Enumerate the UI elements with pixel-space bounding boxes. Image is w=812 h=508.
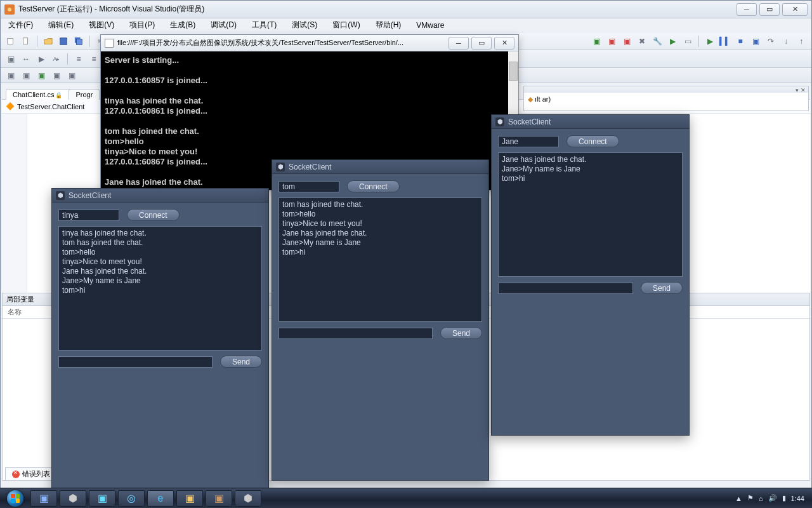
vs-member-dropdown[interactable]: ▾ ✕ ◆ ılt ar) (523, 86, 809, 111)
tb3-icon-3[interactable]: ▣ (35, 69, 48, 82)
debug-start-icon[interactable]: ▶ (704, 35, 716, 48)
task-item-3[interactable]: ▣ (89, 490, 115, 507)
system-tray[interactable]: ▲ ⚑ ⌂ 🔊 ▮ 1:44 (735, 494, 809, 502)
tb2-icon-6[interactable]: ≡ (88, 53, 100, 65)
tb2-icon-4[interactable]: A▸ (50, 53, 63, 65)
unity-icon: ⬢ (69, 492, 77, 504)
tb2-icon-1[interactable]: ▣ (4, 53, 17, 65)
username-input[interactable] (498, 136, 559, 147)
tb2-icon-3[interactable]: ▶ (35, 53, 48, 65)
tab-program[interactable]: Progr (69, 89, 100, 100)
task-item-2[interactable]: ⬢ (60, 490, 86, 507)
debug-restart-icon[interactable]: ▣ (749, 35, 762, 48)
task-item-1[interactable]: ▣ (30, 490, 57, 507)
task-item-6[interactable]: ▣ (176, 490, 203, 507)
username-input[interactable] (58, 210, 119, 221)
step-out-icon[interactable]: ↑ (795, 35, 808, 48)
close-button[interactable]: ✕ (782, 3, 808, 16)
vm-settings-icon[interactable]: ✖ (636, 35, 648, 48)
minimize-button[interactable]: ─ (737, 3, 757, 16)
vm-run-icon[interactable]: ▶ (666, 35, 679, 48)
tb3-icon-1[interactable]: ▣ (4, 69, 17, 82)
file-icon (105, 39, 114, 48)
task-item-5[interactable]: e (147, 490, 174, 507)
message-input[interactable] (58, 356, 213, 368)
message-input[interactable] (278, 328, 433, 339)
start-button[interactable] (3, 490, 28, 507)
debug-pause-icon[interactable]: ▍▍ (719, 35, 731, 48)
socketclient-window-jane[interactable]: ⬢ SocketClient Connect Jane has joined t… (491, 114, 690, 436)
console-minimize-button[interactable]: ─ (449, 37, 469, 50)
clock[interactable]: 1:44 (791, 495, 804, 502)
browser-icon: ◎ (127, 492, 136, 504)
socketclient-window-tinya[interactable]: ⬢ SocketClient Connect tinya has joined … (51, 188, 269, 503)
vm-icon-2[interactable]: ▣ (605, 35, 618, 48)
tray-icon[interactable]: ⚑ (747, 494, 754, 502)
step-over-icon[interactable]: ↷ (764, 35, 777, 48)
task-item-4[interactable]: ◎ (118, 490, 145, 507)
maximize-button[interactable]: ▭ (759, 3, 780, 16)
menu-edit[interactable]: 编辑(E) (44, 18, 77, 32)
debug-stop-icon[interactable]: ■ (734, 35, 747, 48)
console-titlebar[interactable]: file:///F:/项目开发/分布式自然图像识别系统/技术攻关/TestSer… (101, 35, 518, 51)
connect-button[interactable]: Connect (566, 135, 619, 147)
tb3-icon-4[interactable]: ▣ (50, 69, 63, 82)
save-all-icon[interactable] (72, 35, 85, 48)
console-close-button[interactable]: ✕ (494, 37, 514, 50)
tray-icon[interactable]: ⌂ (759, 495, 763, 502)
tray-expand-icon[interactable]: ▲ (735, 495, 742, 502)
menu-file[interactable]: 文件(F) (4, 18, 37, 32)
username-input[interactable] (278, 181, 339, 192)
vm-icon-3[interactable]: ▣ (620, 35, 633, 48)
vs-icon: ▣ (214, 492, 224, 504)
socketclient-titlebar[interactable]: ⬢ SocketClient (272, 160, 488, 174)
send-button[interactable]: Send (440, 327, 482, 339)
connect-button[interactable]: Connect (127, 209, 180, 221)
tb2-icon-5[interactable]: ≡ (72, 53, 85, 65)
socketclient-titlebar[interactable]: ⬢ SocketClient (52, 189, 268, 203)
console-maximize-button[interactable]: ▭ (471, 37, 492, 50)
tab-chatclient[interactable]: ChatClient.cs🔒 (6, 89, 69, 100)
vm-icon-1[interactable]: ▣ (590, 35, 603, 48)
windows-taskbar: ▣ ⬢ ▣ ◎ e ▣ ▣ ⬢ ▲ ⚑ ⌂ 🔊 ▮ 1:44 (0, 488, 812, 508)
message-input[interactable] (498, 283, 633, 294)
open-icon[interactable] (42, 35, 55, 48)
step-into-icon[interactable]: ↓ (780, 35, 792, 48)
menu-debug[interactable]: 调试(D) (207, 18, 240, 32)
volume-icon[interactable]: 🔊 (768, 494, 777, 502)
menu-view[interactable]: 视图(V) (85, 18, 118, 32)
chat-log[interactable]: tinya has joined the chat. tom has joine… (58, 226, 262, 351)
tb2-icon-2[interactable]: ↔ (20, 53, 32, 65)
connect-button[interactable]: Connect (347, 180, 400, 192)
vm-box-icon[interactable]: ▭ (681, 35, 694, 48)
error-list-tab[interactable]: 错误列表 (5, 467, 57, 480)
new-file-icon[interactable] (20, 35, 32, 48)
chat-log[interactable]: Jane has joined the chat. Jane>My name i… (498, 152, 683, 277)
dropdown-close-icon[interactable]: ▾ ✕ (796, 87, 806, 92)
menu-tools[interactable]: 工具(T) (248, 18, 280, 32)
task-item-7[interactable]: ▣ (206, 490, 232, 507)
save-icon[interactable] (57, 35, 70, 48)
chat-log[interactable]: tom has joined the chat. tom>hello tinya… (278, 197, 482, 322)
tb3-icon-2[interactable]: ▣ (20, 69, 32, 82)
socketclient-title: SocketClient (508, 117, 551, 126)
menu-vmware[interactable]: VMware (412, 20, 448, 31)
menu-help[interactable]: 帮助(H) (372, 18, 405, 32)
menu-project[interactable]: 项目(P) (126, 18, 159, 32)
menu-test[interactable]: 测试(S) (288, 18, 321, 32)
send-button[interactable]: Send (641, 282, 683, 294)
task-item-8[interactable]: ⬢ (235, 490, 261, 507)
network-icon[interactable]: ▮ (782, 494, 786, 502)
vs-titlebar[interactable]: TestServer (正在运行) - Microsoft Visual Stu… (1, 1, 811, 18)
menu-window[interactable]: 窗口(W) (329, 18, 363, 32)
socketclient-titlebar[interactable]: ⬢ SocketClient (492, 115, 689, 129)
socketclient-window-tom[interactable]: ⬢ SocketClient Connect tom has joined th… (272, 159, 489, 481)
menu-build[interactable]: 生成(B) (166, 18, 199, 32)
vm-tools-icon[interactable]: 🔧 (651, 35, 664, 48)
tb3-icon-5[interactable]: ▣ (65, 69, 78, 82)
error-icon (12, 471, 20, 478)
vs-logo-icon (4, 4, 15, 15)
new-project-icon[interactable] (4, 35, 17, 48)
send-button[interactable]: Send (220, 356, 262, 368)
svg-rect-2 (60, 37, 67, 44)
